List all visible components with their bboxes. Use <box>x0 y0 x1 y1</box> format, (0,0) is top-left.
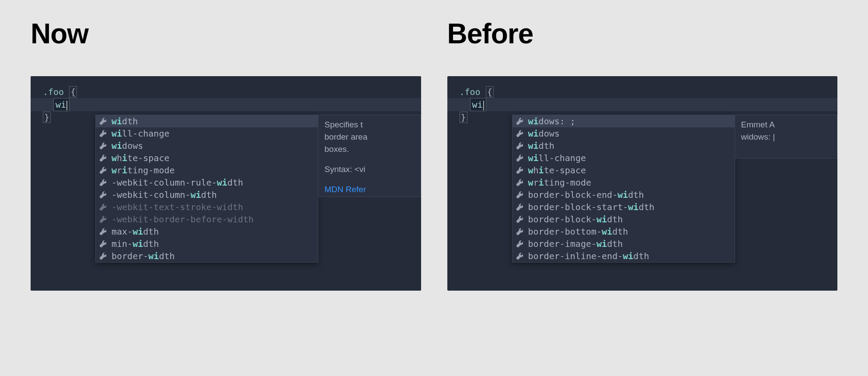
wrench-icon <box>99 215 107 223</box>
suggestion-label: widows: ; <box>528 115 575 127</box>
before-column: Before .foo { wi } widows: ;widowswidthw… <box>447 18 838 291</box>
suggestion-label: -webkit-text-stroke-width <box>112 201 243 213</box>
suggestion-item[interactable]: width <box>512 140 735 152</box>
wrench-icon <box>516 240 524 248</box>
suggestion-label: border-block-start-width <box>528 201 655 213</box>
code-line-selector: .foo { <box>447 86 838 98</box>
suggestion-item[interactable]: widows <box>512 127 735 140</box>
suggestion-label: -webkit-column-width <box>112 189 217 201</box>
code-line-typed[interactable]: wi <box>447 98 838 111</box>
suggestion-item[interactable]: max-width <box>96 225 318 238</box>
wrench-icon <box>516 179 524 186</box>
suggestion-label: writing-mode <box>528 176 592 189</box>
text-cursor <box>483 101 484 110</box>
wrench-icon <box>99 191 107 199</box>
wrench-icon <box>99 130 107 137</box>
wrench-icon <box>516 228 524 235</box>
heading-now: Now <box>31 18 421 50</box>
suggestion-item[interactable]: border-block-width <box>512 213 735 225</box>
wrench-icon <box>99 203 107 211</box>
suggestion-item[interactable]: will-change <box>512 152 735 164</box>
suggestion-item[interactable]: border-image-width <box>512 238 735 250</box>
wrench-icon <box>516 203 524 211</box>
suggestion-item[interactable]: widows: ; <box>512 115 735 127</box>
intellisense-popup-now: widthwill-changewidowswhite-spacewriting… <box>95 115 421 263</box>
editor-before[interactable]: .foo { wi } widows: ;widowswidthwill-cha… <box>447 76 838 291</box>
suggestion-item[interactable]: border-block-start-width <box>512 201 735 213</box>
suggestion-item[interactable]: width <box>96 115 318 127</box>
editor-now[interactable]: .foo { wi } widthwill-changewidowswhite-… <box>31 76 421 291</box>
suggestion-item[interactable]: white-space <box>96 152 318 164</box>
wrench-icon <box>516 142 524 150</box>
suggestion-item[interactable]: -webkit-column-rule-width <box>96 176 318 189</box>
suggestion-label: will-change <box>112 127 169 140</box>
suggestion-label: border-block-end-width <box>528 189 644 201</box>
suggestion-item[interactable]: min-width <box>96 238 318 250</box>
suggestion-label: border-block-width <box>528 213 623 225</box>
suggestion-label: white-space <box>112 152 169 164</box>
suggestion-item[interactable]: -webkit-text-stroke-width <box>96 201 318 213</box>
wrench-icon <box>99 117 107 125</box>
suggestion-item[interactable]: widows <box>96 140 318 152</box>
suggestion-label: -webkit-column-rule-width <box>112 176 243 189</box>
suggestion-label: width <box>112 115 138 127</box>
suggestion-list[interactable]: widows: ;widowswidthwill-changewhite-spa… <box>512 115 735 263</box>
wrench-icon <box>99 228 107 235</box>
suggestion-label: border-bottom-width <box>528 225 628 238</box>
wrench-icon <box>516 117 524 125</box>
suggestion-label: border-image-width <box>528 238 623 250</box>
intellisense-popup-before: widows: ;widowswidthwill-changewhite-spa… <box>512 115 838 263</box>
suggestion-item[interactable]: border-inline-end-width <box>512 250 735 262</box>
wrench-icon <box>99 166 107 174</box>
suggestion-item[interactable]: -webkit-column-width <box>96 189 318 201</box>
suggestion-item[interactable]: border-block-end-width <box>512 189 735 201</box>
suggestion-item[interactable]: -webkit-border-before-width <box>96 213 318 225</box>
wrench-icon <box>99 179 107 186</box>
doc-panel-now: Specifies t border area boxes. Syntax: <… <box>318 115 421 197</box>
wrench-icon <box>99 142 107 150</box>
text-cursor <box>66 101 67 110</box>
suggestion-label: width <box>528 140 554 152</box>
mdn-reference-link[interactable]: MDN Refer <box>324 183 415 196</box>
suggestion-item[interactable]: writing-mode <box>512 176 735 189</box>
wrench-icon <box>516 166 524 174</box>
wrench-icon <box>99 252 107 260</box>
suggestion-item[interactable]: border-bottom-width <box>512 225 735 238</box>
suggestion-list[interactable]: widthwill-changewidowswhite-spacewriting… <box>95 115 318 263</box>
doc-panel-before: Emmet A widows: | <box>735 115 838 158</box>
suggestion-label: border-inline-end-width <box>528 250 649 262</box>
now-column: Now .foo { wi } widthwill-changewidowswh… <box>31 18 421 291</box>
suggestion-label: max-width <box>112 225 159 238</box>
heading-before: Before <box>447 18 838 50</box>
wrench-icon <box>516 191 524 199</box>
suggestion-item[interactable]: white-space <box>512 164 735 176</box>
suggestion-label: white-space <box>528 164 586 176</box>
suggestion-label: will-change <box>528 152 586 164</box>
suggestion-item[interactable]: border-width <box>96 250 318 262</box>
suggestion-label: writing-mode <box>112 164 175 176</box>
suggestion-item[interactable]: will-change <box>96 127 318 140</box>
suggestion-label: border-width <box>112 250 175 262</box>
wrench-icon <box>99 240 107 248</box>
suggestion-label: widows <box>528 127 560 140</box>
suggestion-label: min-width <box>112 238 159 250</box>
wrench-icon <box>516 215 524 223</box>
wrench-icon <box>516 154 524 162</box>
wrench-icon <box>516 252 524 260</box>
code-line-typed[interactable]: wi <box>31 98 421 111</box>
suggestion-label: widows <box>112 140 143 152</box>
suggestion-item[interactable]: writing-mode <box>96 164 318 176</box>
wrench-icon <box>516 130 524 137</box>
suggestion-label: -webkit-border-before-width <box>112 213 254 225</box>
code-line-selector: .foo { <box>31 86 421 98</box>
wrench-icon <box>99 154 107 162</box>
